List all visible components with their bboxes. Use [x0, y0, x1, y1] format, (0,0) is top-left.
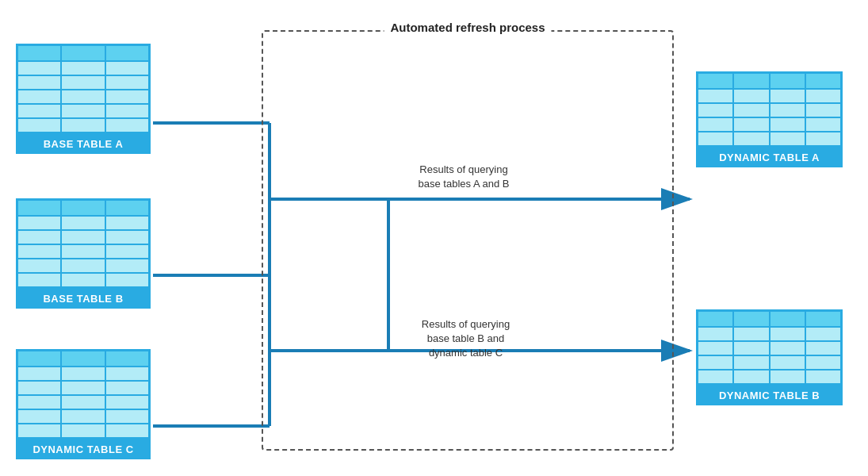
cell: [733, 103, 769, 117]
cell: [105, 381, 149, 395]
cell: [61, 230, 105, 244]
cell: [17, 351, 61, 367]
cell: [105, 45, 149, 61]
cell: [105, 351, 149, 367]
dynamic-table-a: DYNAMIC TABLE A: [696, 71, 843, 167]
cell: [733, 355, 769, 370]
cell: [770, 132, 805, 146]
cell: [733, 370, 769, 384]
cell: [770, 103, 805, 117]
cell: [61, 381, 105, 395]
cell: [17, 230, 61, 244]
cell: [17, 216, 61, 230]
cell: [17, 409, 61, 424]
base-table-a: BASE TABLE A: [16, 44, 151, 154]
cell: [61, 409, 105, 424]
cell: [61, 118, 105, 132]
cell: [770, 117, 805, 132]
cell: [61, 45, 105, 61]
result-ab-text: Results of querying base tables A and B: [419, 163, 510, 190]
cell: [61, 395, 105, 409]
cell: [17, 45, 61, 61]
cell: [61, 259, 105, 273]
cell: [105, 61, 149, 75]
cell: [61, 351, 105, 367]
cell: [17, 244, 61, 259]
cell: [105, 367, 149, 381]
cell: [17, 367, 61, 381]
cell: [61, 424, 105, 438]
dynamic-table-b-grid: [696, 309, 843, 386]
cell: [805, 103, 841, 117]
cell: [805, 73, 841, 89]
base-table-b: BASE TABLE B: [16, 198, 151, 309]
cell: [61, 75, 105, 90]
cell: [733, 117, 769, 132]
cell: [17, 104, 61, 118]
cell: [698, 73, 733, 89]
cell: [17, 61, 61, 75]
cell: [61, 367, 105, 381]
dynamic-table-b-label: DYNAMIC TABLE B: [696, 386, 843, 405]
dynamic-table-c-label: DYNAMIC TABLE C: [16, 440, 151, 459]
cell: [805, 370, 841, 384]
cell: [105, 244, 149, 259]
automated-refresh-box: Automated refresh process: [262, 30, 674, 451]
cell: [805, 89, 841, 103]
cell: [61, 273, 105, 287]
cell: [770, 327, 805, 341]
cell: [17, 381, 61, 395]
cell: [61, 90, 105, 104]
cell: [17, 75, 61, 90]
cell: [770, 73, 805, 89]
cell: [105, 90, 149, 104]
cell: [105, 395, 149, 409]
cell: [698, 132, 733, 146]
cell: [698, 89, 733, 103]
result-bc-text: Results of querying base table B and dyn…: [422, 318, 510, 359]
cell: [17, 90, 61, 104]
base-table-a-label: BASE TABLE A: [16, 134, 151, 154]
dynamic-table-a-grid: [696, 71, 843, 148]
cell: [805, 311, 841, 327]
cell: [805, 341, 841, 355]
cell: [770, 355, 805, 370]
cell: [698, 311, 733, 327]
cell: [105, 216, 149, 230]
cell: [105, 75, 149, 90]
cell: [770, 341, 805, 355]
dashed-box-title: Automated refresh process: [384, 21, 551, 34]
cell: [733, 89, 769, 103]
cell: [105, 200, 149, 216]
cell: [105, 409, 149, 424]
cell: [105, 230, 149, 244]
cell: [770, 311, 805, 327]
cell: [698, 103, 733, 117]
cell: [805, 327, 841, 341]
cell: [105, 259, 149, 273]
cell: [105, 118, 149, 132]
cell: [61, 61, 105, 75]
base-table-b-label: BASE TABLE B: [16, 289, 151, 309]
cell: [805, 117, 841, 132]
cell: [698, 355, 733, 370]
cell: [733, 311, 769, 327]
cell: [105, 424, 149, 438]
cell: [105, 104, 149, 118]
cell: [698, 327, 733, 341]
cell: [770, 89, 805, 103]
cell: [17, 200, 61, 216]
dynamic-table-c-grid: [16, 349, 151, 440]
diagram-container: Automated refresh process Results of que…: [0, 0, 868, 476]
cell: [698, 117, 733, 132]
cell: [733, 73, 769, 89]
base-table-a-grid: [16, 44, 151, 134]
cell: [733, 132, 769, 146]
cell: [17, 118, 61, 132]
cell: [698, 341, 733, 355]
cell: [17, 395, 61, 409]
dynamic-table-a-label: DYNAMIC TABLE A: [696, 148, 843, 167]
cell: [61, 244, 105, 259]
base-table-b-grid: [16, 198, 151, 289]
cell: [17, 273, 61, 287]
